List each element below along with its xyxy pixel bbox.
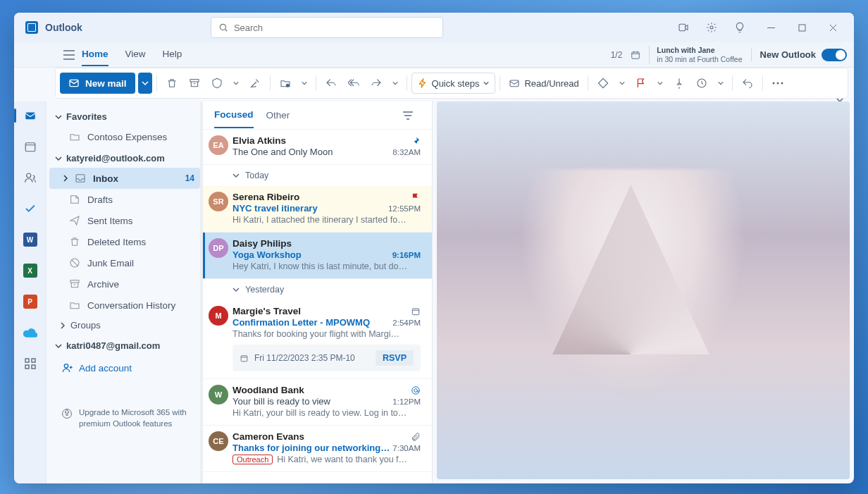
report-dropdown[interactable] (229, 73, 243, 94)
more-button[interactable] (767, 73, 788, 94)
quick-steps-button[interactable]: Quick steps (411, 73, 496, 94)
outlook-logo-icon (25, 21, 38, 34)
nav-drafts[interactable]: Drafts (49, 189, 200, 210)
search-icon (218, 23, 228, 32)
group-yesterday[interactable]: Yesterday (203, 279, 432, 300)
sweep-button[interactable] (244, 73, 266, 94)
upcoming-meeting[interactable]: Lunch with Jane in 30 min at Fourth Coff… (649, 46, 742, 63)
nav-favorites-header[interactable]: Favorites (49, 107, 200, 126)
filter-button[interactable] (395, 104, 421, 127)
ribbon: New mail Quick steps Read/Unread (55, 68, 848, 99)
rail-excel[interactable]: X (20, 261, 40, 280)
svg-point-28 (414, 388, 418, 392)
expand-icon[interactable] (203, 310, 204, 317)
read-unread-button[interactable]: Read/Unread (504, 73, 583, 94)
tips-icon[interactable] (727, 16, 752, 39)
move-button[interactable] (275, 73, 296, 94)
message-list: Focused Other EA Elvia Atkins The One an… (203, 101, 433, 483)
minimize-button[interactable] (755, 16, 786, 39)
tab-focused[interactable]: Focused (214, 102, 254, 128)
svg-rect-3 (799, 25, 805, 31)
tab-view[interactable]: View (125, 43, 146, 66)
new-mail-dropdown[interactable] (138, 73, 152, 94)
settings-icon[interactable] (699, 16, 724, 39)
snooze-button[interactable] (691, 73, 712, 94)
rail-onedrive[interactable] (20, 323, 40, 342)
reply-all-button[interactable] (343, 73, 364, 94)
search-box[interactable] (211, 17, 443, 38)
group-today[interactable]: Today (203, 165, 432, 186)
meeting-subtitle: in 30 min at Fourth Coffee (657, 55, 742, 64)
main-tabs: Home View Help 1/2 Lunch with Jane in 30… (14, 42, 854, 68)
toggle-switch-icon (822, 49, 847, 61)
new-outlook-toggle[interactable]: New Outlook (751, 49, 847, 61)
nav-account1-header[interactable]: katyreid@outlook.com (49, 149, 200, 168)
nav-archive[interactable]: Archive (49, 273, 200, 295)
rail-powerpoint[interactable]: P (20, 292, 40, 311)
nav-groups-header[interactable]: Groups (49, 316, 200, 335)
tab-other[interactable]: Other (266, 103, 290, 128)
rail-more-apps[interactable] (20, 354, 40, 373)
rail-people[interactable] (20, 168, 40, 187)
move-dropdown[interactable] (297, 73, 311, 94)
nav-account2-header[interactable]: katri0487@gmail.com (49, 336, 200, 355)
calendar-icon (411, 307, 421, 316)
calendar-icon (240, 354, 249, 363)
mail-item[interactable]: M Margie's Travel Confirmation Letter - … (203, 300, 432, 379)
snooze-dropdown[interactable] (714, 73, 728, 94)
svg-rect-25 (412, 308, 418, 314)
archive-button[interactable] (184, 73, 205, 94)
forward-dropdown[interactable] (388, 73, 402, 94)
close-button[interactable] (817, 16, 848, 39)
mention-icon (411, 385, 421, 395)
svg-point-10 (772, 82, 774, 85)
tab-home[interactable]: Home (82, 43, 108, 66)
meet-now-icon[interactable] (671, 16, 696, 39)
svg-point-15 (26, 173, 30, 178)
expand-icon[interactable] (203, 242, 204, 249)
app-name: Outlook (45, 22, 82, 33)
add-account-button[interactable]: Add account (49, 357, 200, 379)
expand-icon[interactable] (203, 436, 204, 443)
reply-button[interactable] (321, 73, 342, 94)
expand-icon[interactable] (203, 140, 204, 147)
nav-toggle-button[interactable] (56, 44, 82, 66)
reading-pane (437, 101, 850, 479)
mail-item-selected[interactable]: DP Daisy Philips Yoga Workshop9:16PM Hey… (203, 233, 432, 279)
rsvp-button[interactable]: RSVP (376, 350, 414, 366)
tag-button[interactable] (593, 73, 614, 94)
calendar-mini-icon (631, 50, 640, 60)
mail-item[interactable]: SR Serena Ribeiro NYC travel itinerary12… (203, 186, 432, 233)
nav-contoso-expenses[interactable]: Contoso Expenses (49, 126, 200, 147)
mail-item-pinned[interactable]: EA Elvia Atkins The One and Only Moon8:3… (203, 130, 432, 165)
tag-dropdown[interactable] (615, 73, 629, 94)
svg-rect-26 (241, 355, 247, 361)
outlook-window: Outlook Home View Help 1/2 L (14, 13, 854, 483)
undo-button[interactable] (737, 73, 758, 94)
nav-junk[interactable]: Junk Email (49, 252, 200, 273)
nav-inbox[interactable]: Inbox 14 (49, 168, 200, 189)
rail-word[interactable]: W (20, 230, 40, 249)
rail-calendar[interactable] (20, 137, 40, 156)
rail-mail[interactable] (20, 106, 40, 125)
pin-button[interactable] (669, 73, 690, 94)
search-input[interactable] (234, 23, 435, 33)
nav-conversation-history[interactable]: Conversation History (49, 295, 200, 316)
nav-deleted[interactable]: Deleted Items (49, 231, 200, 252)
delete-button[interactable] (161, 73, 182, 94)
tab-help[interactable]: Help (163, 43, 182, 66)
maximize-button[interactable] (786, 16, 817, 39)
new-mail-button[interactable]: New mail (60, 73, 135, 94)
flag-button[interactable] (631, 73, 652, 94)
forward-button[interactable] (366, 73, 387, 94)
report-button[interactable] (206, 73, 228, 94)
expand-icon[interactable] (203, 196, 204, 203)
nav-sent[interactable]: Sent Items (49, 210, 200, 231)
mail-item[interactable]: CE Cameron Evans Thanks for joining our … (203, 426, 432, 472)
flag-dropdown[interactable] (653, 73, 667, 94)
rail-todo[interactable] (20, 199, 40, 218)
expand-icon[interactable] (203, 389, 204, 396)
upgrade-banner[interactable]: Upgrade to Microsoft 365 with premium Ou… (49, 400, 200, 435)
avatar: EA (209, 135, 228, 155)
mail-item[interactable]: W Woodland Bank Your bill is ready to vi… (203, 379, 432, 426)
